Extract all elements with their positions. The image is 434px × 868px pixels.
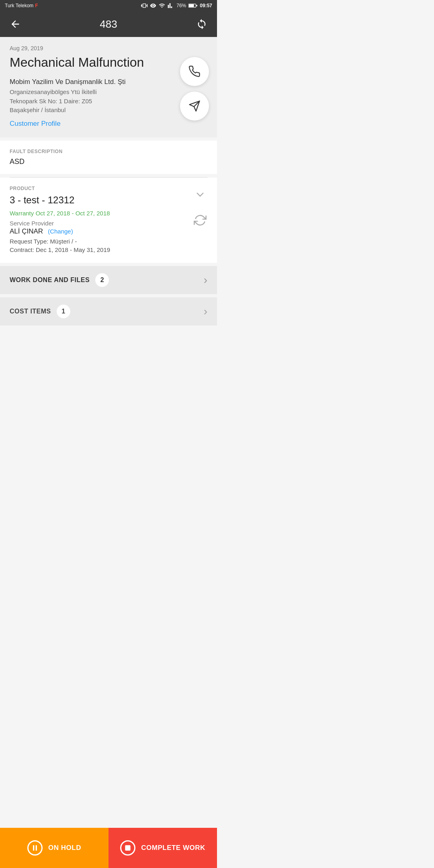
cost-items-label: COST ITEMS: [10, 308, 51, 315]
action-buttons: [180, 57, 209, 121]
product-card: PRODUCT 3 - test - 12312 Warranty Oct 27…: [0, 178, 217, 263]
back-button[interactable]: [8, 17, 23, 31]
ticket-title: Mechanical Malfunction: [10, 55, 154, 70]
refresh-product-btn[interactable]: [191, 211, 209, 229]
request-type: Request Type: Müşteri / -: [10, 238, 207, 245]
dropdown-icon-btn[interactable]: [191, 186, 209, 203]
cost-items-left: COST ITEMS 1: [10, 305, 70, 318]
service-provider-row: ALİ ÇINAR (Change): [10, 227, 207, 235]
carrier-name: Turk Telekom: [5, 3, 33, 8]
cost-items-card[interactable]: COST ITEMS 1 ›: [0, 297, 217, 326]
company-name: Mobim Yazilim Ve Danişmanlik Ltd. Şti: [10, 78, 158, 86]
work-done-label: WORK DONE AND FILES: [10, 276, 90, 284]
refresh-button[interactable]: [194, 17, 209, 31]
svg-rect-1: [189, 4, 194, 7]
carrier-icon: F: [35, 3, 38, 8]
cost-items-chevron: ›: [204, 305, 207, 318]
work-done-badge: 2: [95, 273, 109, 287]
warranty-text: Warranty Oct 27, 2018 - Oct 27, 2018: [10, 210, 207, 217]
work-done-chevron: ›: [204, 274, 207, 287]
contract: Contract: Dec 1, 2018 - May 31, 2019: [10, 246, 207, 253]
service-provider-name: ALİ ÇINAR: [10, 227, 43, 235]
location-button[interactable]: [180, 92, 209, 121]
product-name: 3 - test - 12312: [10, 194, 207, 206]
page-title: 483: [100, 18, 117, 31]
phone-icon: [188, 66, 201, 78]
refresh-icon: [194, 214, 207, 227]
location-icon: [188, 100, 201, 112]
battery-icon: [188, 3, 197, 8]
battery-percent: 76%: [176, 3, 186, 8]
svg-rect-2: [197, 5, 198, 6]
eye-icon: [150, 2, 156, 9]
dropdown-icon: [194, 188, 207, 201]
wifi-icon: [159, 2, 165, 9]
product-label: PRODUCT: [10, 186, 207, 191]
change-service-link[interactable]: (Change): [48, 228, 73, 235]
customer-profile-link[interactable]: Customer Profile: [10, 120, 61, 128]
work-done-card[interactable]: WORK DONE AND FILES 2 ›: [0, 266, 217, 294]
product-icons: [191, 186, 209, 229]
ticket-date: Aug 29, 2019: [10, 45, 207, 51]
fault-description-value: ASD: [10, 158, 207, 166]
phone-button[interactable]: [180, 57, 209, 86]
carrier-info: Turk Telekom F: [5, 3, 38, 8]
top-nav: 483: [0, 11, 217, 37]
status-bar-right: 76% 09:57: [141, 2, 212, 9]
fault-description-card: FAULT DESCRIPTION ASD: [0, 141, 217, 174]
signal-icon: [168, 2, 174, 9]
fault-description-label: FAULT DESCRIPTION: [10, 149, 207, 154]
time: 09:57: [200, 3, 212, 8]
service-provider-label: Service Provider: [10, 220, 207, 227]
cost-items-badge: 1: [57, 305, 70, 318]
vibrate-icon: [141, 2, 147, 9]
status-bar: Turk Telekom F 76% 09:57: [0, 0, 217, 11]
company-address: Organizesanayibölges Ytü İkitelliTeknopa…: [10, 88, 158, 115]
work-done-left: WORK DONE AND FILES 2: [10, 273, 109, 287]
header-card: Aug 29, 2019 Mechanical Malfunction Mobi…: [0, 37, 217, 137]
